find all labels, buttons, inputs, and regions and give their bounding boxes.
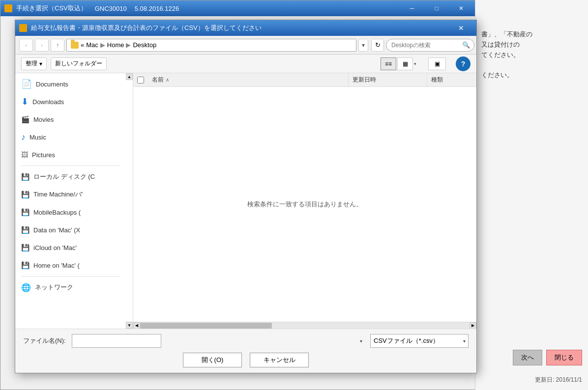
- sidebar-label-icloud: iCloud on 'Mac': [33, 244, 77, 251]
- forward-button[interactable]: ›: [35, 39, 49, 52]
- back-button[interactable]: ‹: [19, 39, 33, 52]
- bg-titlebar: 手続き選択（CSV取込） GNC30010 5.08.2016.1226 ─ □…: [0, 0, 476, 16]
- view-dropdown-icon: ▾: [414, 61, 416, 66]
- sidebar-item-local-disk[interactable]: 💾 ローカル ディスク (C: [15, 168, 126, 186]
- close-window-button[interactable]: ✕: [450, 0, 472, 16]
- window-controls: ─ □ ✕: [401, 0, 472, 16]
- sidebar-scroll-down[interactable]: ▼: [126, 322, 133, 329]
- check-column[interactable]: [133, 77, 148, 84]
- new-folder-button[interactable]: 新しいフォルダー: [51, 57, 107, 70]
- breadcrumb-home[interactable]: Home: [107, 41, 124, 49]
- bg-version: 5.08.2016.1226: [135, 5, 179, 12]
- dropdown-button[interactable]: ▾: [358, 39, 368, 52]
- name-column-header[interactable]: 名前 ∧: [148, 73, 349, 86]
- hdd-icon-1: 💾: [21, 173, 29, 181]
- sidebar-item-downloads[interactable]: ⬇ Downloads: [15, 93, 126, 111]
- scroll-track[interactable]: [140, 322, 470, 329]
- arrange-dropdown-icon: ▾: [39, 60, 42, 67]
- sidebar-label-mobile-backups: MobileBackups (: [33, 209, 81, 216]
- view-buttons: ≡≡ ▦ ▾: [381, 57, 416, 70]
- breadcrumb-bar[interactable]: « Mac ▶ Home ▶ Desktop: [66, 39, 356, 52]
- panel-toggle-button[interactable]: ▣: [428, 57, 446, 70]
- filetype-wrapper: CSVファイル（*.csv） ▾: [370, 334, 469, 348]
- hdd-icon-2: 💾: [21, 191, 29, 198]
- hdd-icon-4: 💾: [21, 226, 29, 234]
- pictures-icon: 🖼: [21, 151, 28, 159]
- sidebar-label-pictures: Pictures: [32, 151, 55, 159]
- sidebar-item-music[interactable]: ♪ Music: [15, 128, 126, 146]
- filelist-header: 名前 ∧ 更新日時 種類: [133, 73, 476, 87]
- filetype-select[interactable]: CSVファイル（*.csv）: [370, 334, 469, 348]
- refresh-button[interactable]: ↻: [371, 39, 384, 52]
- detail-view-button[interactable]: ▦: [397, 57, 413, 70]
- breadcrumb-desktop[interactable]: Desktop: [133, 41, 156, 49]
- breadcrumb-sep1: ▶: [100, 41, 105, 49]
- sidebar-label-downloads: Downloads: [32, 98, 64, 106]
- arrange-button[interactable]: 整理 ▾: [21, 57, 47, 70]
- breadcrumb-sep2: ▶: [126, 41, 131, 49]
- hdd-icon-3: 💾: [21, 208, 29, 216]
- sidebar-divider-2: [21, 276, 120, 277]
- type-column-header[interactable]: 種類: [427, 73, 476, 86]
- sidebar-item-icloud[interactable]: 💾 iCloud on 'Mac': [15, 239, 126, 256]
- list-view-button[interactable]: ≡≡: [381, 57, 396, 70]
- date-column-header[interactable]: 更新日時: [349, 73, 427, 86]
- bg-title-text: 手続き選択（CSV取込）: [16, 4, 87, 13]
- sidebar-scroll-up[interactable]: ▲: [126, 73, 133, 80]
- sidebar-item-mobile-backups[interactable]: 💾 MobileBackups (: [15, 203, 126, 221]
- dialog-title-text: 給与支払報告書・源泉徴収票及び合計表のファイル（CSV）を選択してください: [31, 24, 262, 32]
- dialog-navbar: ‹ › ↑ « Mac ▶ Home ▶ Desktop ▾ ↻ 🔍: [15, 36, 476, 55]
- sidebar-item-network[interactable]: 🌐 ネットワーク: [15, 279, 126, 296]
- dialog-close-button[interactable]: ✕: [450, 20, 472, 36]
- filename-row: ファイル名(N): ▾ CSVファイル（*.csv） ▾: [23, 334, 469, 348]
- hdd-icon-5: 💾: [21, 244, 29, 251]
- right-panel-text: 書」、「不動産の 又は貸付けの てください。 ください。: [481, 29, 582, 81]
- dialog-title-icon: [19, 24, 27, 32]
- dialog-toolbar: 整理 ▾ 新しいフォルダー ≡≡ ▦ ▾ ▣ ?: [15, 55, 476, 73]
- maximize-button[interactable]: □: [425, 0, 448, 16]
- select-all-checkbox[interactable]: [137, 77, 144, 84]
- scroll-right-button[interactable]: ▶: [470, 322, 476, 329]
- app-icon: [4, 4, 12, 12]
- music-icon: ♪: [21, 132, 26, 142]
- right-panel: 書」、「不動産の 又は貸付けの てください。 ください。 次へ 閉じる 更新日:…: [475, 0, 588, 390]
- bg-app-name: GNC30010: [95, 5, 127, 12]
- close-main-button[interactable]: 閉じる: [546, 350, 582, 365]
- sidebar-item-movies[interactable]: 🎬 Movies: [15, 111, 126, 128]
- next-button[interactable]: 次へ: [513, 350, 542, 365]
- docs-icon: 📄: [21, 79, 32, 89]
- sort-arrow: ∧: [166, 77, 169, 83]
- minimize-button[interactable]: ─: [401, 0, 423, 16]
- dialog-bottom: ファイル名(N): ▾ CSVファイル（*.csv） ▾ 開く(O) キャンセル: [15, 329, 476, 373]
- sidebar-item-home-mac[interactable]: 💾 Home on 'Mac' (: [15, 256, 126, 274]
- open-button[interactable]: 開く(O): [183, 353, 242, 367]
- sidebar-item-data-mac[interactable]: 💾 Data on 'Mac' (X: [15, 221, 126, 239]
- sidebar-label-data-mac: Data on 'Mac' (X: [33, 226, 80, 234]
- sidebar-label-movies: Movies: [33, 116, 54, 123]
- search-input[interactable]: [386, 39, 474, 52]
- filename-label: ファイル名(N):: [23, 336, 66, 345]
- dialog-titlebar: 給与支払報告書・源泉徴収票及び合計表のファイル（CSV）を選択してください ✕: [15, 20, 476, 36]
- network-icon: 🌐: [21, 283, 31, 292]
- sidebar-label-music: Music: [29, 134, 46, 141]
- sidebar-item-time-machine[interactable]: 💾 Time Machine/バ': [15, 186, 126, 203]
- downloads-icon: ⬇: [21, 96, 29, 107]
- filename-input[interactable]: [72, 334, 161, 348]
- sidebar-label-home-mac: Home on 'Mac' (: [33, 262, 80, 269]
- horizontal-scrollbar[interactable]: ◀ ▶: [133, 322, 476, 329]
- breadcrumb-mac-text[interactable]: Mac: [86, 41, 98, 49]
- hdd-icon-6: 💾: [21, 261, 29, 269]
- sidebar-item-documents[interactable]: 📄 Documents: [15, 75, 126, 93]
- scroll-thumb[interactable]: [140, 323, 272, 329]
- scroll-left-button[interactable]: ◀: [133, 322, 140, 329]
- cancel-button[interactable]: キャンセル: [250, 353, 309, 367]
- dialog-sidebar: 📄 Documents ⬇ Downloads 🎬 Movies ♪ Music: [15, 73, 133, 329]
- sidebar-item-pictures[interactable]: 🖼 Pictures: [15, 146, 126, 164]
- up-button[interactable]: ↑: [51, 39, 64, 52]
- dialog-actions: 開く(O) キャンセル: [23, 353, 469, 367]
- sidebar-divider-1: [21, 166, 120, 166]
- update-date: 更新日: 2016/11/1: [535, 376, 582, 384]
- sidebar-label-time-machine: Time Machine/バ': [33, 190, 83, 199]
- folder-icon: [71, 42, 79, 49]
- help-button[interactable]: ?: [456, 56, 470, 71]
